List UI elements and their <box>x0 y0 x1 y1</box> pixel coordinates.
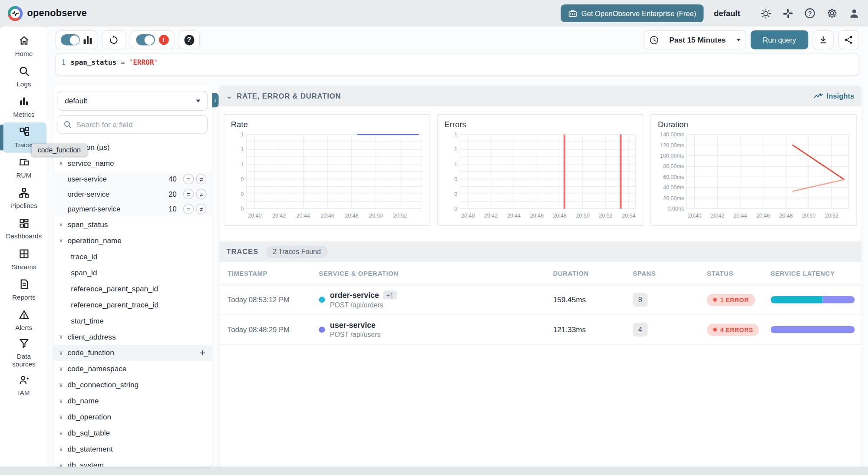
svg-text:0: 0 <box>241 205 244 212</box>
field-item-db_system[interactable]: ∨db_system <box>53 457 212 467</box>
traces-toolbar: ! ? Past 15 Minutes Run query <box>55 30 859 49</box>
app-name: openobserve <box>27 8 87 19</box>
syntax-help-button[interactable]: ? <box>178 30 199 49</box>
duration-chart-title: Duration <box>658 120 853 129</box>
trace-row-order-service[interactable]: Today 08:53:12 PMorder-service+1POST /ap… <box>219 285 861 315</box>
field-label: reference_parent_trace_id <box>71 300 158 309</box>
histogram-toggle[interactable] <box>61 34 79 45</box>
chevron-up-icon[interactable]: ∧ <box>59 160 67 167</box>
field-value-user-service[interactable]: user-service40=≠ <box>53 172 212 186</box>
field-label: span_status <box>68 220 108 228</box>
field-item-db_sql_table[interactable]: ∨db_sql_table <box>53 425 212 441</box>
theme-toggle-icon[interactable] <box>759 7 772 20</box>
red-section-header[interactable]: ⌄ RATE, ERROR & DURATION Insights <box>219 86 861 106</box>
chevron-down-icon[interactable]: ∨ <box>59 333 67 340</box>
app-logo[interactable]: openobserve <box>8 6 87 20</box>
settings-gear-icon[interactable] <box>826 7 838 20</box>
query-editor[interactable]: 1 span_status = 'ERROR' <box>55 53 859 76</box>
chevron-down-icon[interactable]: ∨ <box>59 349 67 356</box>
share-icon <box>844 36 853 44</box>
chevron-down-icon[interactable]: ∨ <box>59 429 67 437</box>
svg-text:0: 0 <box>454 191 457 197</box>
field-label: db_system <box>68 461 104 467</box>
chevron-down-icon[interactable]: ∨ <box>59 397 67 405</box>
run-query-button[interactable]: Run query <box>751 30 809 49</box>
exclude-filter-button[interactable]: ≠ <box>196 174 206 184</box>
collapse-fields-panel-button[interactable]: ‹ <box>212 93 218 107</box>
share-button[interactable] <box>838 30 859 49</box>
field-item-db_operation[interactable]: ∨db_operation <box>53 409 212 425</box>
field-item-db_name[interactable]: ∨db_name <box>53 393 212 409</box>
sidebar-item-label: Metrics <box>13 111 34 119</box>
svg-text:20:48: 20:48 <box>779 212 793 219</box>
field-item-service_name[interactable]: ∧service_name <box>53 155 212 172</box>
field-item-span_id[interactable]: span_id <box>53 264 212 280</box>
sidebar-item-logs[interactable]: Logs <box>0 62 48 92</box>
exclude-filter-button[interactable]: ≠ <box>196 204 206 214</box>
field-item-reference_parent_trace_id[interactable]: reference_parent_trace_id <box>53 297 212 313</box>
sidebar-item-alerts[interactable]: Alerts <box>0 305 48 335</box>
field-item-reference_parent_span_id[interactable]: reference_parent_span_id <box>53 280 212 297</box>
field-item-trace_id[interactable]: trace_id <box>53 248 212 264</box>
field-value-order-service[interactable]: order-service20=≠ <box>53 187 212 201</box>
sidebar-item-reports[interactable]: Reports <box>0 274 48 305</box>
rum-icon <box>18 156 30 170</box>
sidebar-item-pipelines[interactable]: Pipelines <box>0 183 48 214</box>
slack-icon[interactable] <box>782 7 794 20</box>
logo-icon <box>8 6 23 20</box>
red-section-title: RATE, ERROR & DURATION <box>237 92 341 100</box>
chevron-down-icon[interactable]: ∨ <box>59 221 67 228</box>
refresh-button[interactable] <box>102 30 126 49</box>
sidebar-item-metrics[interactable]: Metrics <box>0 92 48 122</box>
duration-chart-plot: 140.00ms120.00ms100.00ms80.00ms60.00ms40… <box>656 130 853 223</box>
include-filter-button[interactable]: = <box>183 189 194 199</box>
download-button[interactable] <box>813 30 834 49</box>
field-search-input[interactable] <box>76 120 201 129</box>
field-item-code_function[interactable]: ∨code_function+ <box>53 345 212 361</box>
field-item-operation_name[interactable]: ∨operation_name <box>53 232 212 248</box>
field-item-db_connection_string[interactable]: ∨db_connection_string <box>53 377 212 393</box>
sidebar-item-iam[interactable]: IAM <box>0 371 48 401</box>
error-filter-toggle[interactable] <box>136 34 155 45</box>
sidebar-item-streams[interactable]: Streams <box>0 244 48 274</box>
field-search-box[interactable] <box>58 115 208 134</box>
sidebar-item-data-sources[interactable]: Data sources <box>0 336 48 371</box>
trace-row-user-service[interactable]: Today 08:48:29 PMuser-servicePOST /api/u… <box>219 315 861 345</box>
svg-text:20:40: 20:40 <box>461 212 475 219</box>
stream-selector[interactable]: default <box>58 91 208 111</box>
chevron-down-icon[interactable]: ∨ <box>59 413 67 421</box>
field-item-span_status[interactable]: ∨span_status <box>53 216 212 232</box>
error-filter-toggle-button[interactable]: ! <box>130 30 174 49</box>
field-value-payment-service[interactable]: payment-service10=≠ <box>53 201 212 216</box>
chevron-down-icon[interactable]: ∨ <box>59 462 67 466</box>
exclude-filter-button[interactable]: ≠ <box>196 189 206 199</box>
include-filter-button[interactable]: = <box>183 204 194 214</box>
help-icon[interactable]: ? <box>804 7 816 20</box>
field-item-client_address[interactable]: ∨client_address <box>53 329 212 345</box>
sidebar-item-rum[interactable]: RUM <box>0 153 48 183</box>
svg-text:1: 1 <box>241 131 244 138</box>
field-item-db_statement[interactable]: ∨db_statement <box>53 441 212 457</box>
field-value-label: user-service <box>68 175 107 183</box>
insights-link[interactable]: Insights <box>814 92 854 100</box>
chevron-down-icon[interactable]: ∨ <box>59 445 67 453</box>
sidebar-item-dashboards[interactable]: Dashboards <box>0 214 48 244</box>
get-enterprise-button[interactable]: Get OpenObserve Enterprise (Free) <box>561 4 704 22</box>
chevron-down-icon[interactable]: ∨ <box>59 381 67 389</box>
time-range-selector[interactable]: Past 15 Minutes <box>644 30 746 49</box>
error-dot-icon <box>713 298 717 302</box>
field-item-start_time[interactable]: start_time <box>53 313 212 329</box>
sidebar-item-label: Dashboards <box>6 233 42 241</box>
add-field-to-table-button[interactable]: + <box>200 347 205 358</box>
sidebar-item-home[interactable]: Home <box>0 31 48 61</box>
user-profile-icon[interactable] <box>848 7 860 20</box>
chevron-down-icon[interactable]: ∨ <box>59 365 67 373</box>
service-name: order-service+1 <box>330 290 397 299</box>
field-item-code_namespace[interactable]: ∨code_namespace <box>53 361 212 377</box>
histogram-toggle-button[interactable] <box>55 30 97 49</box>
include-filter-button[interactable]: = <box>183 174 194 184</box>
org-selector[interactable]: default <box>714 9 749 17</box>
operation-name: POST /api/orders <box>330 301 397 309</box>
chevron-down-icon[interactable]: ∨ <box>59 237 67 244</box>
traces-found-badge: 2 Traces Found <box>266 245 327 257</box>
